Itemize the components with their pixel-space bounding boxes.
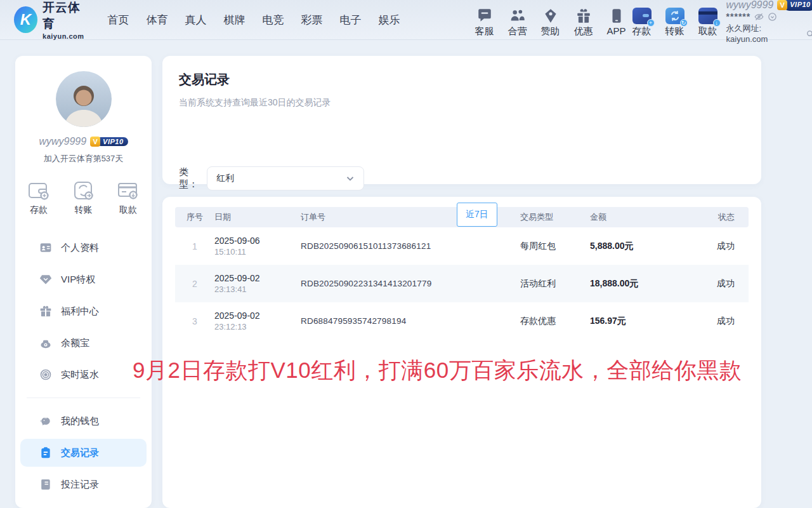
promotions-label: 优惠 [574,25,593,37]
sidebar-item-label: 实时返水 [61,369,99,381]
sidebar-withdraw-button[interactable]: 取款 [117,181,139,216]
vip-badge[interactable]: V VIP10 [777,0,812,11]
vip-shield-icon: V [777,0,787,10]
sidebar-deposit-label: 存款 [30,204,48,216]
sponsor-label: 赞助 [541,25,560,37]
table-row: 1 2025-09-06 15:10:11 RDB202509061510113… [175,227,749,265]
nav-lottery[interactable]: 彩票 [301,13,323,27]
sidebar-username: wywy9999 [39,136,86,147]
brand-logo[interactable]: K 开云体育 kaiyun.com [0,0,88,40]
search-icon[interactable] [806,29,812,39]
header-status: 状态 [685,211,749,223]
sidebar-item-label: 投注记录 [61,479,99,491]
nav-home[interactable]: 首页 [108,13,129,27]
sidebar-item-vip[interactable]: VIP特权 [15,265,152,293]
permanent-url-text: 永久网址: kaiyun.com [726,23,804,44]
sidebar-item-wallet[interactable]: 我的钱包 [15,407,152,435]
cell-transaction-type: 每周红包 [520,241,590,252]
promotions-button[interactable]: 优惠 [574,3,593,37]
mobile-app-icon [608,8,625,24]
user-info-block: wywy9999 V VIP10 ****** 永久网址: kaiyun.com [726,0,812,44]
partners-button[interactable]: 合营 [508,3,527,37]
cell-amount: 5,888.00元 [590,241,685,252]
cell-status: 成功 [685,278,749,290]
sidebar-item-welfare[interactable]: 福利中心 [15,297,152,325]
app-download-button[interactable]: APP [607,3,626,36]
range-last7days-button[interactable]: 近7日 [457,203,497,227]
deposit-label: 存款 [632,25,652,37]
sidebar-transfer-button[interactable]: 转账 [73,181,95,216]
cell-order-number: RDB20250902231341413201779 [301,279,520,288]
sidebar-item-yuebao[interactable]: 余额宝 [15,329,152,357]
transaction-clipboard-icon [39,446,52,459]
deposit-button[interactable]: + 存款 [632,3,652,37]
nav-live[interactable]: 真人 [185,13,207,27]
sidebar-item-label: 福利中心 [61,305,99,318]
refresh-circle-icon[interactable] [768,12,777,22]
sidebar-avatar[interactable] [56,71,112,127]
sidebar-vip-level-label: VIP10 [96,137,128,146]
support-button[interactable]: 客服 [475,3,494,37]
sidebar-withdraw-label: 取款 [119,204,137,216]
sidebar-divider [27,398,140,398]
rebate-target-icon [39,368,52,381]
filter-panel: 交易记录 当前系统支持查询最近30日的交易记录 类型： 红利 日期： 2025-… [162,56,761,184]
profile-card-icon [39,241,52,254]
nav-chess[interactable]: 棋牌 [224,13,246,27]
cell-transaction-type: 活动红利 [520,278,590,290]
withdraw-card-icon: ↓ [698,8,717,24]
cell-time: 23:12:13 [214,321,301,332]
table-row: 2 2025-09-02 23:13:41 RDB202509022313414… [175,265,749,302]
cell-seq: 1 [175,241,214,251]
sidebar-deposit-button[interactable]: 存款 [28,181,49,216]
header-seq: 序号 [175,211,214,223]
header-amount: 金额 [590,211,685,223]
yuebao-coin-icon [39,337,52,349]
withdraw-button[interactable]: ↓ 取款 [698,3,717,37]
transfer-icon: ↻ [665,8,684,24]
nav-esports[interactable]: 电竞 [263,13,284,27]
nav-sports[interactable]: 体育 [147,13,168,27]
top-bar: K 开云体育 kaiyun.com 首页 体育 真人 棋牌 电竞 彩票 电子 娱… [0,0,812,39]
chevron-down-icon [346,174,355,183]
sidebar-item-rebate[interactable]: 实时返水 [15,361,152,389]
page-title: 交易记录 [162,56,761,88]
promo-gift-icon [575,8,592,24]
type-filter-label: 类型： [179,166,207,190]
sidebar-menu: 个人资料 VIP特权 福利中心 余额宝 实时返水 我的钱包 交易记录 [15,234,152,498]
sidebar-item-transactions[interactable]: 交易记录 [20,439,147,467]
cell-transaction-type: 存款优惠 [520,316,590,327]
eye-off-icon[interactable] [754,12,764,22]
vip-level-label: VIP10 [783,0,812,11]
wallet-action-group: + 存款 ↻ 转账 ↓ 取款 [632,3,717,37]
vip-shield-icon: V [90,137,100,147]
sidebar-transfer-label: 转账 [75,204,93,216]
sponsor-button[interactable]: 赞助 [541,3,560,37]
brand-logo-icon: K [14,6,37,33]
cell-seq: 2 [175,279,214,289]
header-date: 日期 [214,211,301,223]
piggy-wallet-icon [39,415,52,427]
cell-date: 2025-09-06 [214,235,301,246]
masked-balance: ****** [726,11,751,22]
nav-entertainment[interactable]: 娱乐 [379,13,400,27]
transaction-table-panel: 序号 日期 订单号 交易类型 金额 状态 1 2025-09-06 15:10:… [162,197,761,508]
sidebar-vip-badge[interactable]: V VIP10 [90,137,128,147]
welfare-gift-icon [39,305,52,318]
main-nav: 首页 体育 真人 棋牌 电竞 彩票 电子 娱乐 [108,13,400,27]
support-chat-icon [476,8,493,24]
cell-amount: 18,888.00元 [590,278,685,290]
sidebar-item-label: 我的钱包 [61,415,99,427]
nav-slots[interactable]: 电子 [340,13,362,27]
header-type: 交易类型 [520,211,590,223]
page-subtitle: 当前系统支持查询最近30日的交易记录 [162,88,761,109]
sidebar-item-profile[interactable]: 个人资料 [15,234,152,262]
username-text: wywy9999 [726,0,774,10]
sidebar-item-bet-records[interactable]: 投注记录 [15,471,152,498]
sidebar-quick-actions: 存款 转账 取款 [15,181,152,216]
cell-status: 成功 [685,316,749,327]
deposit-wallet-icon: + [632,8,652,24]
transfer-button[interactable]: ↻ 转账 [665,3,684,37]
cell-status: 成功 [685,241,749,252]
type-select[interactable]: 红利 [207,166,364,190]
